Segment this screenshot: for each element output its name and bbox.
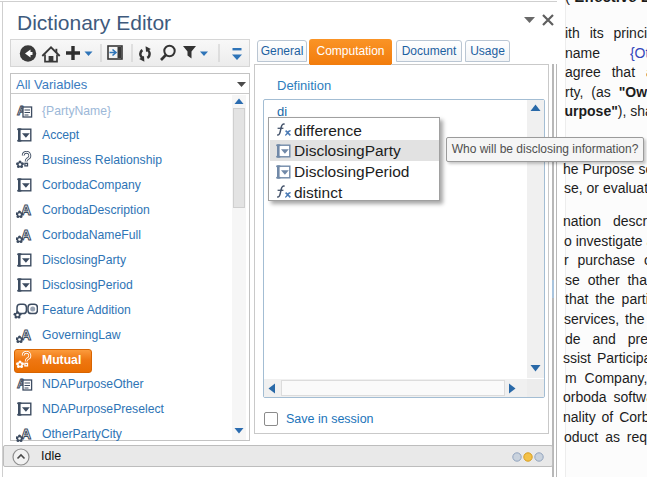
svg-text:A: A — [21, 227, 31, 243]
svg-text:A: A — [21, 202, 31, 218]
svg-text:A: A — [21, 326, 31, 342]
svg-text:A: A — [21, 426, 31, 442]
